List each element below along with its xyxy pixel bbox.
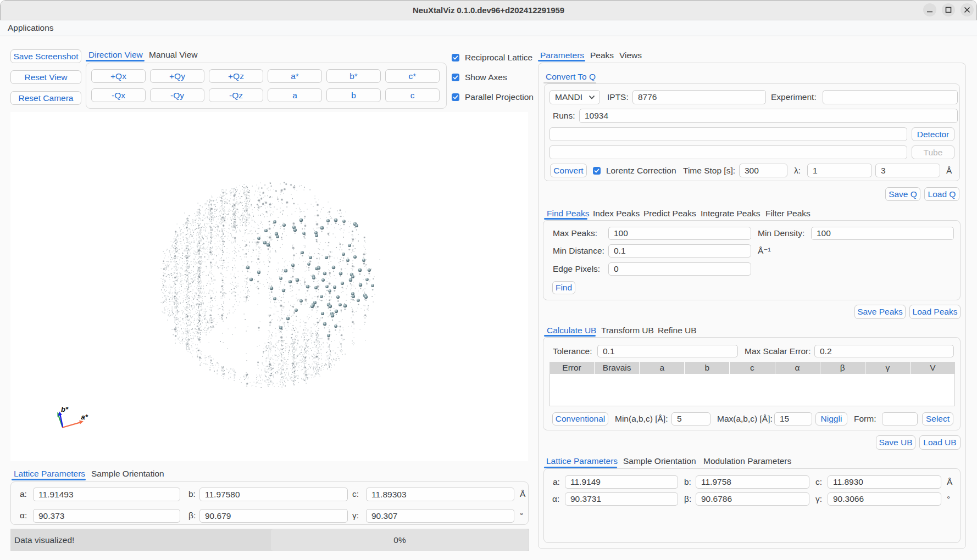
- svg-text:a*: a*: [81, 413, 88, 421]
- svg-text:b*: b*: [61, 405, 69, 413]
